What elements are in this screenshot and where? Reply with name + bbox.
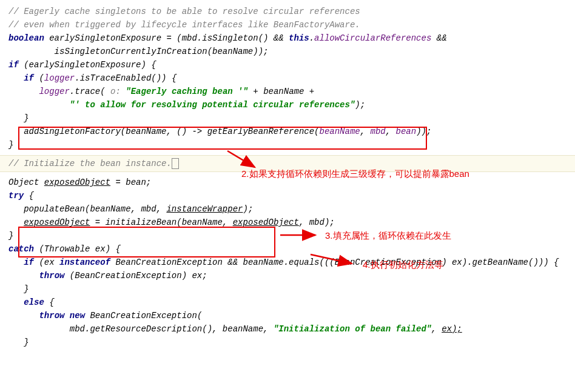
kw-instanceof: instanceof <box>59 257 110 267</box>
comment-init: // Initialize the bean instance. <box>8 159 172 168</box>
sep: , <box>386 127 396 136</box>
brace: { <box>44 297 55 307</box>
string-literal: "Eagerly caching bean '" <box>126 87 248 96</box>
brace: } <box>8 140 13 150</box>
field-ref: allowCircularReferences <box>314 33 431 43</box>
svg-line-1 <box>227 151 255 167</box>
brace: { <box>24 191 34 201</box>
kw-else: else <box>24 297 44 307</box>
code-text: .trace( <box>70 87 110 96</box>
arrow-4 <box>309 251 358 268</box>
var-instancewrapper: instanceWrapper <box>166 204 243 214</box>
code-text: , <box>431 324 442 334</box>
kw-try: try <box>8 191 24 201</box>
kw-throw-new: throw new <box>39 311 85 321</box>
brace: } <box>8 113 29 123</box>
code-text: , mbd); <box>299 218 335 227</box>
annotation-4: 4.执行初始化方法等 <box>363 259 443 271</box>
code-text: Object <box>8 178 44 187</box>
var-exposedobject: exposedObject <box>44 178 110 187</box>
field-logger: logger <box>44 73 75 83</box>
string-literal: "Initialization of bean failed" <box>274 324 431 334</box>
param-bean: bean <box>396 127 417 136</box>
param-hint: o: <box>110 87 126 96</box>
code-text: && <box>431 33 446 43</box>
annotation-3: 3.填充属性，循环依赖在此发生 <box>325 230 451 242</box>
code-text: mbd.getResourceDescription(), beanName, <box>8 324 274 334</box>
code-text: (Throwable ex) { <box>34 244 121 254</box>
code-text: = initializeBean(beanName, <box>90 218 232 227</box>
sep: , <box>360 127 371 136</box>
brace: } <box>8 337 29 347</box>
var-exposedobject: exposedObject <box>233 218 299 227</box>
kw-if: if <box>8 60 19 70</box>
brace: } <box>8 231 13 241</box>
field-logger: logger <box>39 87 69 96</box>
dot: . <box>309 33 314 43</box>
kw-boolean: boolean <box>8 33 44 43</box>
arrow-3 <box>279 229 321 241</box>
svg-line-5 <box>311 254 352 264</box>
code-text: isSingletonCurrentlyInCreation(beanName)… <box>8 47 268 56</box>
kw-throw: throw <box>39 271 64 281</box>
code-text: (ex <box>34 257 59 267</box>
code-text: populateBean(beanName, mbd, <box>8 204 166 214</box>
kw-this: this <box>289 33 309 43</box>
code-text: = bean; <box>110 178 151 187</box>
param-beanname: beanName <box>319 127 360 136</box>
text-cursor <box>172 158 179 169</box>
var-exposedobject: exposedObject <box>24 218 90 227</box>
brace: } <box>8 284 29 294</box>
code-text: earlySingletonExposure = (mbd.isSingleto… <box>44 33 289 43</box>
code-text: ); <box>243 204 253 214</box>
code-text: (earlySingletonExposure) { <box>19 60 156 70</box>
code-text: ( <box>34 73 44 83</box>
code-text: )); <box>416 127 431 136</box>
kw-if: if <box>24 73 34 83</box>
comment-line: // Eagerly cache singletons to be able t… <box>8 7 360 16</box>
code-text: addSingletonFactory(beanName, () -> getE… <box>8 127 319 136</box>
kw-catch: catch <box>8 244 34 254</box>
code-text: .isTraceEnabled()) { <box>75 73 177 83</box>
var-ex: ex); <box>442 324 462 334</box>
code-text: + beanName + <box>248 87 314 96</box>
annotation-2: 2.如果支持循环依赖则生成三级缓存，可以提前暴露bean <box>241 168 469 180</box>
code-text: (BeanCreationException) ex; <box>64 271 207 281</box>
kw-if: if <box>24 257 34 267</box>
code-text: ); <box>355 100 365 110</box>
comment-line: // even when triggered by lifecycle inte… <box>8 20 360 30</box>
code-text: BeanCreationException( <box>85 311 202 321</box>
string-literal: "' to allow for resolving potential circ… <box>70 100 355 110</box>
param-mbd: mbd <box>371 127 386 136</box>
